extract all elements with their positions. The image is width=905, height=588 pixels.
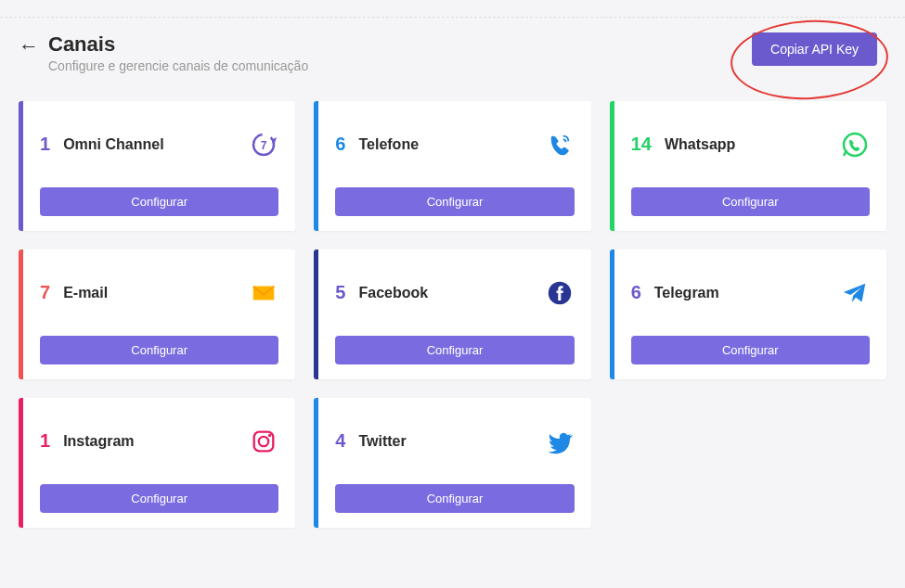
card-body: 6TelefoneConfigurar: [318, 101, 590, 231]
card-info: 14Whatsapp: [631, 134, 736, 155]
email-icon: [249, 278, 278, 308]
omni-icon: 7: [249, 130, 278, 160]
card-info: 6Telegram: [631, 282, 719, 303]
configure-button[interactable]: Configurar: [631, 187, 870, 216]
channel-card: 1Omni Channel7Configurar: [19, 101, 295, 231]
configure-button[interactable]: Configurar: [335, 336, 574, 364]
channel-count: 14: [631, 134, 652, 155]
configure-button[interactable]: Configurar: [40, 187, 278, 216]
card-body: 1InstagramConfigurar: [23, 398, 295, 528]
card-body: 5FacebookConfigurar: [318, 249, 590, 379]
page-title: Canais: [48, 32, 308, 57]
card-body: 6TelegramConfigurar: [614, 249, 886, 379]
channel-card: 1InstagramConfigurar: [19, 398, 295, 528]
channel-name: Whatsapp: [665, 136, 735, 153]
title-group: Canais Configure e gerencie canais de co…: [48, 32, 308, 73]
back-arrow-icon[interactable]: ←: [19, 34, 39, 58]
card-top: 6Telegram: [631, 266, 870, 319]
instagram-icon: [249, 427, 278, 456]
card-info: 1Omni Channel: [40, 134, 164, 155]
channel-name: Omni Channel: [63, 136, 163, 153]
channel-count: 6: [631, 282, 641, 303]
channel-count: 6: [335, 134, 345, 155]
card-body: 7E-mailConfigurar: [23, 249, 295, 379]
card-info: 4Twitter: [335, 430, 406, 452]
channel-count: 4: [335, 430, 345, 452]
card-top: 1Omni Channel7: [40, 118, 278, 171]
header-left: ← Canais Configure e gerencie canais de …: [19, 32, 308, 73]
configure-button[interactable]: Configurar: [631, 336, 870, 364]
svg-point-2: [844, 134, 866, 156]
configure-button[interactable]: Configurar: [335, 484, 574, 513]
whatsapp-icon: [840, 130, 870, 160]
card-info: 6Telefone: [335, 134, 419, 155]
card-top: 14Whatsapp: [631, 118, 870, 171]
channel-name: Facebook: [358, 285, 428, 301]
channel-card: 5FacebookConfigurar: [314, 249, 590, 379]
configure-button[interactable]: Configurar: [335, 187, 574, 216]
channel-count: 7: [40, 282, 50, 303]
channel-name: Telefone: [358, 136, 419, 153]
channel-count: 1: [40, 134, 50, 155]
channel-count: 1: [40, 430, 50, 452]
page-header: ← Canais Configure e gerencie canais de …: [0, 18, 905, 73]
card-top: 6Telefone: [335, 118, 574, 171]
channel-name: Telegram: [654, 285, 719, 301]
card-body: 14WhatsappConfigurar: [614, 101, 886, 231]
copy-api-key-button[interactable]: Copiar API Key: [752, 32, 877, 66]
channel-count: 5: [335, 282, 345, 303]
card-top: 7E-mail: [40, 266, 278, 319]
svg-text:7: 7: [261, 139, 267, 152]
page-subtitle: Configure e gerencie canais de comunicaç…: [48, 58, 308, 73]
channel-card: 7E-mailConfigurar: [19, 249, 295, 379]
channel-card: 6TelegramConfigurar: [610, 249, 886, 379]
card-top: 1Instagram: [40, 415, 278, 467]
svg-point-7: [268, 433, 271, 436]
configure-button[interactable]: Configurar: [40, 484, 278, 513]
svg-point-6: [259, 436, 268, 445]
channel-name: Instagram: [63, 433, 134, 450]
channels-grid: 1Omni Channel7Configurar6TelefoneConfigu…: [19, 101, 886, 528]
card-info: 5Facebook: [335, 282, 428, 303]
channel-card: 6TelefoneConfigurar: [314, 101, 590, 231]
card-body: 4TwitterConfigurar: [318, 398, 590, 528]
main-content: 1Omni Channel7Configurar6TelefoneConfigu…: [0, 73, 905, 546]
channel-name: E-mail: [63, 285, 108, 301]
channel-name: Twitter: [358, 433, 406, 450]
card-body: 1Omni Channel7Configurar: [23, 101, 295, 231]
configure-button[interactable]: Configurar: [40, 336, 278, 364]
channel-card: 4TwitterConfigurar: [314, 398, 590, 528]
card-info: 1Instagram: [40, 430, 135, 452]
card-info: 7E-mail: [40, 282, 108, 303]
card-top: 4Twitter: [335, 415, 574, 467]
telegram-icon: [840, 278, 870, 308]
phone-icon: [545, 130, 575, 160]
facebook-icon: [545, 278, 575, 308]
channel-card: 14WhatsappConfigurar: [610, 101, 886, 231]
twitter-icon: [545, 427, 575, 456]
card-top: 5Facebook: [335, 266, 574, 319]
